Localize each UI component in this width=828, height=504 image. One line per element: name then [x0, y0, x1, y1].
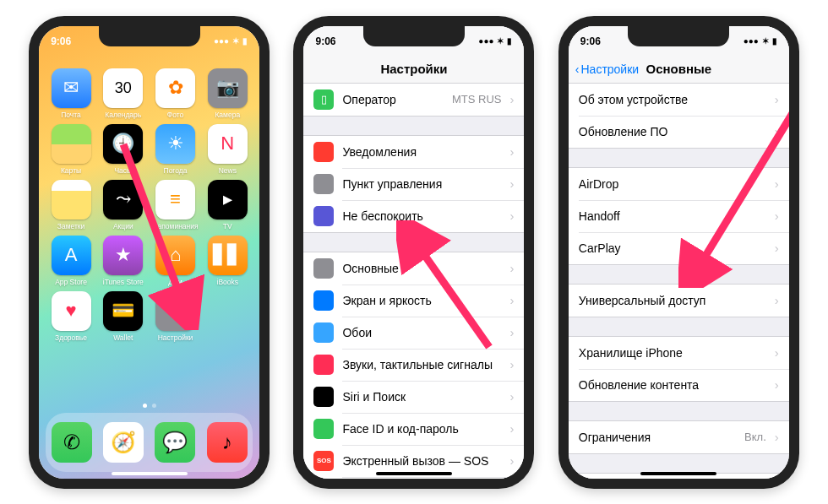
- settings-row[interactable]: CarPlay›: [569, 232, 789, 264]
- row-label: AirDrop: [579, 177, 766, 191]
- row-carrier[interactable]: ▯ Оператор MTS RUS ›: [303, 84, 524, 116]
- app-label: Настройки: [158, 333, 193, 342]
- app-appstore[interactable]: AApp Store: [47, 236, 95, 286]
- app-settings[interactable]: ⚙2Настройки: [152, 291, 199, 342]
- app-label: Заметки: [57, 222, 85, 230]
- chevron-icon: ›: [775, 241, 779, 255]
- badge: 2: [186, 288, 199, 301]
- settings-row[interactable]: Основные›: [303, 252, 524, 285]
- app-stocks[interactable]: ⤳Акции: [100, 180, 147, 230]
- app-maps[interactable]: Карты: [47, 124, 95, 175]
- mail-icon: ✉: [52, 68, 91, 108]
- general-list[interactable]: Об этом устройстве›Обновление ПО› AirDro…: [569, 84, 789, 479]
- app-itunes[interactable]: ★iTunes Store: [100, 236, 147, 286]
- app-weather[interactable]: ☀Погода: [152, 124, 199, 175]
- settings-row[interactable]: AirDrop›: [569, 168, 789, 200]
- wifi-icon: ✶: [497, 36, 504, 46]
- row-label: CarPlay: [579, 241, 766, 255]
- app-calendar[interactable]: 30Календарь: [100, 68, 147, 119]
- battery-icon: ▮: [772, 36, 777, 46]
- settings-row[interactable]: Хранилище iPhone›: [569, 337, 789, 369]
- app-label: Wallet: [113, 333, 133, 342]
- nav-title: Настройки: [380, 62, 447, 76]
- signal-icon: ●●●: [478, 36, 493, 46]
- page-dots[interactable]: [143, 404, 156, 408]
- app-home[interactable]: ⌂Дом: [152, 236, 199, 286]
- dock: ✆🧭💬♪: [46, 413, 253, 472]
- app-label: Дом: [168, 278, 182, 286]
- settings-row[interactable]: Звуки, тактильные сигналы›: [303, 349, 524, 381]
- row-label: Универсальный доступ: [579, 294, 766, 307]
- row-icon: [313, 142, 334, 162]
- app-clock[interactable]: 🕘Часы: [100, 124, 147, 175]
- row-icon: [313, 258, 334, 279]
- settings-list[interactable]: ▯ Оператор MTS RUS › Уведомления›Пункт у…: [303, 84, 524, 479]
- phone-settings: 9:06 ●●● ✶ ▮ Настройки ▯ Оператор MTS RU…: [293, 16, 534, 489]
- settings-row[interactable]: ОграниченияВкл.›: [569, 421, 789, 453]
- home-indicator[interactable]: [376, 472, 452, 475]
- status-icons: ●●● ✶ ▮: [744, 36, 777, 46]
- nav-back-button[interactable]: ‹ Настройки: [575, 62, 639, 76]
- chevron-icon: ›: [509, 261, 514, 275]
- notch: [363, 26, 465, 46]
- app-label: Здоровье: [55, 333, 87, 342]
- chevron-icon: ›: [775, 176, 779, 191]
- row-label: Хранилище iPhone: [579, 346, 766, 360]
- dock-music[interactable]: ♪: [207, 422, 248, 463]
- app-label: iTunes Store: [103, 278, 144, 286]
- app-reminders[interactable]: ≡Напоминания: [152, 180, 199, 230]
- settings-row[interactable]: Face ID и код-пароль›: [303, 413, 524, 445]
- settings-row[interactable]: Об этом устройстве›: [569, 84, 789, 116]
- carrier-icon: ▯: [313, 89, 334, 110]
- row-icon: [313, 174, 334, 194]
- settings-row[interactable]: Универсальный доступ›: [569, 285, 789, 317]
- app-photos[interactable]: ✿Фото: [152, 68, 199, 119]
- app-camera[interactable]: 📷Камера: [204, 68, 251, 119]
- app-ibooks[interactable]: ▋▋iBooks: [204, 236, 251, 286]
- settings-row[interactable]: Аккумулятор›: [303, 477, 524, 479]
- settings-row[interactable]: Siri и Поиск›: [303, 381, 524, 413]
- app-news[interactable]: NNews: [204, 124, 251, 175]
- settings-row[interactable]: Обновление ПО›: [569, 116, 789, 148]
- settings-row[interactable]: Обои›: [303, 317, 524, 349]
- settings-row[interactable]: Не беспокоить›: [303, 200, 524, 232]
- calendar-icon: 30: [103, 68, 143, 108]
- app-label: Напоминания: [152, 222, 198, 230]
- chevron-icon: ›: [509, 453, 514, 468]
- status-time: 9:06: [580, 35, 601, 47]
- app-notes[interactable]: Заметки: [47, 180, 95, 230]
- settings-row[interactable]: Пункт управления›: [303, 168, 524, 200]
- dock-messages[interactable]: 💬: [155, 422, 195, 463]
- battery-icon: ▮: [242, 36, 248, 46]
- news-icon: N: [208, 124, 248, 164]
- appstore-icon: A: [52, 236, 91, 275]
- settings-row[interactable]: Уведомления›: [303, 136, 524, 168]
- reminders-icon: ≡: [155, 180, 195, 219]
- app-label: Камера: [215, 111, 240, 119]
- app-wallet[interactable]: 💳Wallet: [100, 291, 147, 342]
- settings-row[interactable]: Экран и яркость›: [303, 285, 524, 317]
- app-label: News: [219, 166, 237, 175]
- app-tv[interactable]: ▸TV: [204, 180, 251, 230]
- app-health[interactable]: ♥Здоровье: [47, 291, 95, 342]
- dock-safari[interactable]: 🧭: [103, 422, 144, 463]
- settings-icon: ⚙2: [155, 291, 195, 331]
- chevron-icon: ›: [509, 293, 514, 307]
- home-indicator[interactable]: [640, 472, 716, 475]
- dock-phone[interactable]: ✆: [52, 422, 92, 463]
- nav-title: Основные: [646, 62, 711, 76]
- app-label: Фото: [167, 111, 184, 119]
- row-label: Обои: [342, 326, 501, 339]
- settings-row[interactable]: Handoff›: [569, 200, 789, 232]
- home-indicator[interactable]: [112, 472, 188, 475]
- settings-row[interactable]: Обновление контента›: [569, 369, 789, 401]
- row-icon: SOS: [313, 451, 334, 471]
- notes-icon: [52, 180, 91, 219]
- app-label: Календарь: [105, 111, 141, 119]
- row-icon: [313, 355, 334, 375]
- row-label: Не беспокоить: [342, 209, 501, 223]
- row-icon: [313, 322, 334, 343]
- itunes-icon: ★: [103, 236, 143, 275]
- app-mail[interactable]: ✉Почта: [47, 68, 95, 119]
- row-label: Основные: [342, 262, 501, 275]
